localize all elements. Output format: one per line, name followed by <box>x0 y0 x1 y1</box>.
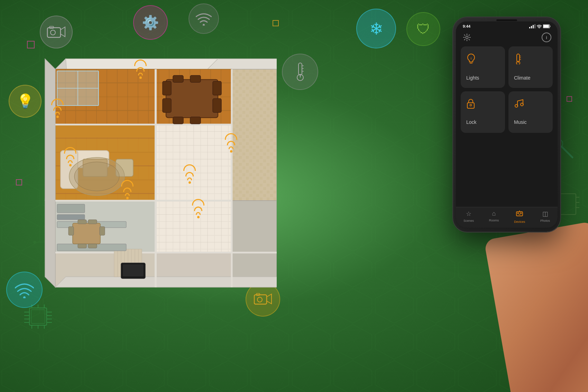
svg-rect-123 <box>534 24 535 28</box>
shield-icon: 🛡 <box>416 21 430 37</box>
svg-marker-74 <box>55 277 277 287</box>
phone-body: 9:44 <box>453 17 560 232</box>
snowflake-icon: ❄ <box>369 19 383 38</box>
svg-point-128 <box>466 36 468 39</box>
svg-rect-102 <box>190 75 201 82</box>
wifi-signal-7 <box>192 199 204 218</box>
svg-rect-105 <box>73 223 100 244</box>
lights-tile-label: Lights <box>466 75 479 81</box>
status-bar: 9:44 <box>456 21 558 30</box>
svg-rect-96 <box>166 80 218 118</box>
svg-rect-114 <box>123 264 144 276</box>
status-icons <box>529 24 551 28</box>
music-tile-svg <box>514 98 524 109</box>
svg-point-119 <box>74 162 119 191</box>
signal-bars-icon <box>529 24 535 28</box>
svg-rect-90 <box>57 215 85 220</box>
rooms-nav-icon: ⌂ <box>492 210 496 217</box>
svg-rect-104 <box>190 117 201 124</box>
svg-rect-99 <box>213 81 221 95</box>
svg-marker-46 <box>208 59 277 69</box>
svg-rect-101 <box>173 75 183 82</box>
wifi-signal-3 <box>64 147 76 166</box>
devices-nav-label: Devices <box>514 220 525 224</box>
wifi-signal-1 <box>51 99 64 118</box>
svg-marker-73 <box>232 201 277 287</box>
nav-devices[interactable]: Devices <box>514 210 525 224</box>
svg-rect-106 <box>68 227 74 235</box>
shield-circle-icon: 🛡 <box>406 12 440 46</box>
thermometer-tile-icon <box>514 53 522 64</box>
nav-rooms[interactable]: ⌂ Rooms <box>489 210 499 224</box>
svg-point-139 <box>470 104 472 106</box>
bulb-tile-icon <box>466 53 476 64</box>
svg-rect-89 <box>57 204 85 213</box>
battery-icon <box>543 24 551 28</box>
svg-rect-107 <box>100 227 105 235</box>
lock-tile-svg <box>466 98 475 109</box>
settings-gear-icon <box>463 34 471 41</box>
climate-tile[interactable]: Climate <box>508 46 553 88</box>
svg-rect-110 <box>88 220 97 224</box>
climate-tile-icon <box>514 53 522 67</box>
music-tile[interactable]: Music <box>508 91 553 133</box>
nav-photos[interactable]: ◫ Photos <box>540 210 550 224</box>
info-icon: i <box>546 35 547 40</box>
wifi-signal-2 <box>134 60 147 79</box>
lights-tile-icon <box>466 53 476 67</box>
music-tile-label: Music <box>514 119 527 125</box>
house-floorplan-container <box>0 0 301 392</box>
svg-rect-122 <box>533 25 534 28</box>
svg-rect-126 <box>543 25 549 28</box>
svg-rect-120 <box>529 27 530 28</box>
bottom-nav: ☆ Scenes ⌂ Rooms <box>456 207 558 228</box>
svg-rect-97 <box>163 81 171 95</box>
svg-rect-121 <box>531 26 532 28</box>
wifi-signal-5 <box>183 164 196 184</box>
snowflake-circle-icon: ❄ <box>356 9 396 48</box>
svg-marker-67 <box>156 125 232 201</box>
svg-rect-111 <box>88 244 97 248</box>
svg-marker-72 <box>232 69 277 201</box>
svg-rect-108 <box>78 220 86 224</box>
svg-rect-100 <box>213 99 221 112</box>
lights-tile[interactable]: Lights <box>461 46 505 88</box>
svg-rect-138 <box>467 103 474 108</box>
settings-button[interactable] <box>462 33 472 42</box>
svg-rect-98 <box>163 99 171 112</box>
photos-nav-label: Photos <box>540 219 550 222</box>
wifi-signal-4 <box>121 180 134 199</box>
svg-marker-75 <box>45 59 55 287</box>
rooms-nav-label: Rooms <box>489 219 499 222</box>
lock-tile-icon <box>466 98 475 111</box>
app-header: i <box>456 30 558 46</box>
wifi-signal-6 <box>225 133 237 153</box>
devices-nav-icon <box>516 210 523 219</box>
music-tile-icon <box>514 98 524 111</box>
svg-point-124 <box>539 28 540 28</box>
svg-rect-144 <box>520 213 522 214</box>
svg-rect-109 <box>78 244 86 248</box>
scenes-nav-icon: ☆ <box>466 210 471 218</box>
svg-rect-143 <box>517 213 519 214</box>
time-display: 9:44 <box>463 24 470 28</box>
svg-rect-103 <box>173 117 183 124</box>
svg-rect-127 <box>550 26 551 27</box>
lock-tile-label: Lock <box>466 119 477 125</box>
scenes-nav-label: Scenes <box>463 219 474 222</box>
climate-tile-label: Climate <box>514 75 530 81</box>
photos-nav-icon: ◫ <box>542 210 548 218</box>
lock-tile[interactable]: Lock <box>461 91 505 133</box>
info-button[interactable]: i <box>542 33 551 42</box>
wifi-status-icon <box>537 25 542 28</box>
phone-screen: 9:44 <box>456 21 558 228</box>
nav-scenes[interactable]: ☆ Scenes <box>463 210 474 224</box>
app-tiles-grid: Lights Climate <box>456 46 558 138</box>
phone-mockup: 9:44 <box>446 17 578 280</box>
svg-rect-132 <box>517 54 520 62</box>
